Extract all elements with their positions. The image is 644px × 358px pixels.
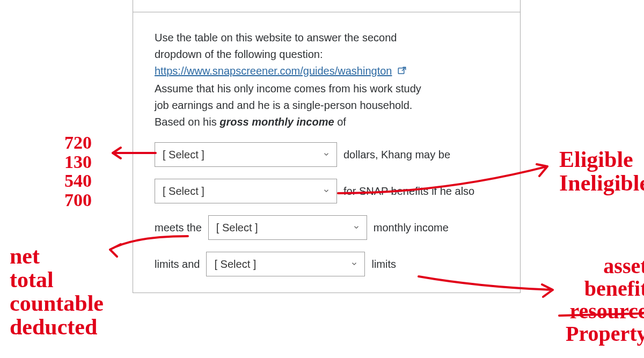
assume-text-2: job earnings and and he is a single-pers… bbox=[155, 99, 412, 111]
text-after-2: for SNAP benefits if he also bbox=[343, 183, 474, 200]
based-on-bold: gross monthly income bbox=[219, 116, 334, 128]
based-on-suffix: of bbox=[334, 116, 346, 128]
annotation-right-top: Eligible Ineligible bbox=[559, 148, 644, 195]
limits-and: limits and bbox=[155, 256, 200, 273]
intro-text-2: dropdown of the following question: bbox=[155, 48, 323, 60]
select-3-value: [ Select ] bbox=[216, 220, 258, 236]
annotation-right-bottom: asset benefit resource Property bbox=[566, 255, 644, 345]
select-2-eligibility[interactable]: [ Select ] bbox=[155, 179, 337, 203]
row-1: [ Select ] dollars, Khang may be bbox=[155, 142, 499, 167]
select-4-value: [ Select ] bbox=[214, 256, 256, 273]
select-4-limit-type[interactable]: [ Select ] bbox=[206, 252, 365, 276]
select-1-income[interactable]: [ Select ] bbox=[155, 142, 337, 167]
annotation-left-words: net total countable deducted bbox=[10, 244, 104, 339]
chevron-down-icon bbox=[353, 220, 360, 236]
monthly-income: monthly income bbox=[374, 220, 449, 236]
chevron-down-icon bbox=[323, 183, 330, 200]
meets-the: meets the bbox=[155, 220, 202, 236]
row-3: meets the [ Select ] monthly income bbox=[155, 215, 499, 240]
row-2: [ Select ] for SNAP benefits if he also bbox=[155, 179, 499, 203]
row-4: limits and [ Select ] limits bbox=[155, 252, 499, 276]
intro-text-1: Use the table on this website to answer … bbox=[155, 32, 397, 43]
reference-link[interactable]: https://www.snapscreener.com/guides/wash… bbox=[155, 65, 392, 77]
based-on-prefix: Based on his bbox=[155, 116, 219, 128]
svg-rect-0 bbox=[398, 68, 404, 74]
limits: limits bbox=[371, 256, 396, 273]
chevron-down-icon bbox=[323, 147, 330, 163]
select-2-value: [ Select ] bbox=[163, 183, 204, 200]
question-panel: Use the table on this website to answer … bbox=[133, 0, 521, 293]
select-1-value: [ Select ] bbox=[163, 147, 204, 163]
external-link-icon bbox=[397, 64, 407, 81]
assume-text-1: Assume that his only income comes from h… bbox=[155, 83, 421, 94]
select-3-income-type[interactable]: [ Select ] bbox=[208, 215, 367, 240]
annotation-left-numbers: 720 130 540 700 bbox=[64, 133, 92, 210]
panel-divider bbox=[133, 0, 520, 12]
chevron-down-icon bbox=[350, 256, 358, 273]
question-content: Use the table on this website to answer … bbox=[133, 12, 520, 293]
text-after-1: dollars, Khang may be bbox=[343, 147, 450, 163]
